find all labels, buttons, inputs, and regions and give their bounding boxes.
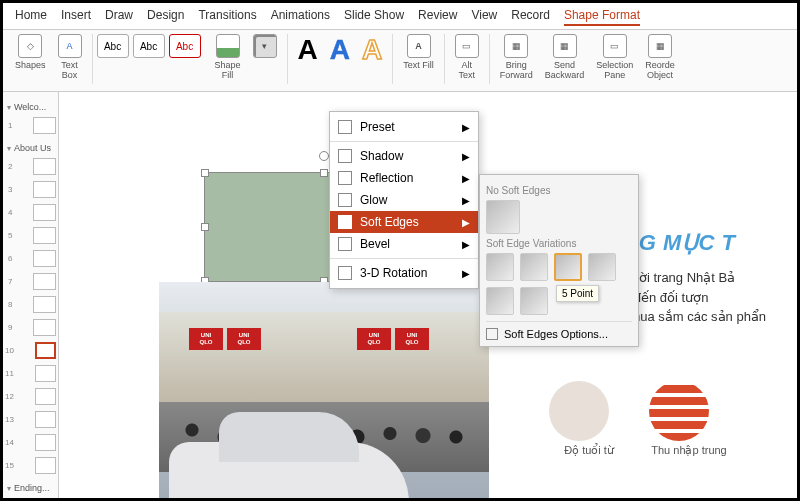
shape-effects-menu: Preset▶ Shadow▶ Reflection▶ Glow▶ Soft E… — [329, 111, 479, 289]
section-about-us[interactable]: ▾About Us — [7, 143, 54, 153]
slide-thumb-12[interactable] — [35, 388, 56, 405]
separator — [287, 34, 288, 84]
shape-fill-button[interactable]: Shape Fill — [215, 34, 241, 81]
text-box-button[interactable]: A Text Box — [58, 34, 82, 81]
slide-thumb-5[interactable] — [33, 227, 56, 244]
shape-effects-button[interactable]: ▾ — [253, 34, 277, 61]
send-backward-button[interactable]: ▦ Send Backward — [545, 34, 585, 81]
separator — [489, 34, 490, 84]
text-fill-icon: A — [407, 34, 431, 58]
alt-text-button[interactable]: ▭ Alt Text — [455, 34, 479, 81]
slide-thumb-8[interactable] — [33, 296, 56, 313]
workspace: ▾Welco... 1 ▾About Us 2 3 4 5 6 7 8 9 10… — [3, 92, 797, 501]
tab-draw[interactable]: Draw — [105, 8, 133, 26]
slide-thumb-13[interactable] — [35, 411, 56, 428]
menu-reflection[interactable]: Reflection▶ — [330, 167, 478, 189]
tab-slide-show[interactable]: Slide Show — [344, 8, 404, 26]
slide-thumb-3[interactable] — [33, 181, 56, 198]
alt-text-label: Alt Text — [459, 61, 476, 81]
slide-thumb-7[interactable] — [33, 273, 56, 290]
slide-thumb-6[interactable] — [33, 250, 56, 267]
separator — [444, 34, 445, 84]
bring-forward-label: Bring Forward — [500, 61, 533, 81]
tab-view[interactable]: View — [471, 8, 497, 26]
slide-thumb-4[interactable] — [33, 204, 56, 221]
checkbox-icon — [486, 328, 498, 340]
resize-handle[interactable] — [201, 169, 209, 177]
soft-edge-variation[interactable] — [486, 287, 514, 315]
resize-handle[interactable] — [320, 169, 328, 177]
circle-image-1 — [549, 381, 609, 441]
thumb-num: 4 — [5, 208, 12, 217]
soft-edge-variation[interactable] — [588, 253, 616, 281]
tab-insert[interactable]: Insert — [61, 8, 91, 26]
slide-thumb-10[interactable] — [35, 342, 56, 359]
thumb-num: 15 — [5, 461, 14, 470]
alt-text-icon: ▭ — [455, 34, 479, 58]
selection-pane-icon: ▭ — [603, 34, 627, 58]
thumb-num: 10 — [5, 346, 14, 355]
thumb-num: 9 — [5, 323, 12, 332]
selection-pane-button[interactable]: ▭ Selection Pane — [596, 34, 633, 81]
menu-bevel[interactable]: Bevel▶ — [330, 233, 478, 255]
text-fill-label: Text Fill — [403, 61, 434, 71]
thumb-num: 7 — [5, 277, 12, 286]
slide-thumb-14[interactable] — [35, 434, 56, 451]
uniqlo-sign: UNIQLO — [189, 328, 223, 350]
soft-edge-variation-selected[interactable] — [554, 253, 582, 281]
tab-record[interactable]: Record — [511, 8, 550, 26]
tab-design[interactable]: Design — [147, 8, 184, 26]
style-preset-1[interactable]: Abc — [97, 34, 129, 58]
reorder-label: Reorde Object — [645, 61, 675, 81]
separator — [92, 34, 93, 84]
soft-edges-submenu: No Soft Edges Soft Edge Variations 5 Poi… — [479, 174, 639, 347]
bring-forward-icon: ▦ — [504, 34, 528, 58]
slide-thumb-9[interactable] — [33, 319, 56, 336]
caption-1: Độ tuổi từ — [539, 444, 639, 457]
resize-handle[interactable] — [201, 223, 209, 231]
tab-home[interactable]: Home — [15, 8, 47, 26]
slide-thumb-11[interactable] — [35, 365, 56, 382]
text-box-icon: A — [58, 34, 82, 58]
soft-edge-variation[interactable] — [520, 253, 548, 281]
shape-fill-label: Shape Fill — [215, 61, 241, 81]
text-style-black[interactable]: A — [298, 34, 318, 66]
text-style-blue[interactable]: A — [330, 34, 350, 66]
text-fill-button[interactable]: A Text Fill — [403, 34, 434, 71]
menu-preset[interactable]: Preset▶ — [330, 116, 478, 138]
soft-edge-variation[interactable] — [520, 287, 548, 315]
reorder-objects-button[interactable]: ▦ Reorde Object — [645, 34, 675, 81]
slide-thumb-2[interactable] — [33, 158, 56, 175]
soft-edges-options[interactable]: Soft Edges Options... — [486, 321, 632, 340]
thumb-num: 5 — [5, 231, 12, 240]
reorder-icon: ▦ — [648, 34, 672, 58]
slide-image: UNIQLO UNIQLO UNIQLO UNIQLO — [159, 282, 489, 501]
shape-fill-icon — [216, 34, 240, 58]
shapes-button[interactable]: ◇ Shapes — [15, 34, 46, 71]
no-soft-edges-header: No Soft Edges — [486, 185, 632, 196]
thumb-num: 1 — [5, 121, 12, 130]
tab-animations[interactable]: Animations — [271, 8, 330, 26]
tab-review[interactable]: Review — [418, 8, 457, 26]
section-ending[interactable]: ▾Ending... — [7, 483, 54, 493]
rotation-handle[interactable] — [319, 151, 329, 161]
soft-edge-variation[interactable] — [486, 253, 514, 281]
tab-shape-format[interactable]: Shape Format — [564, 8, 640, 26]
slide-thumb-1[interactable] — [33, 117, 56, 134]
thumb-num: 14 — [5, 438, 14, 447]
section-welco[interactable]: ▾Welco... — [7, 102, 54, 112]
menu-shadow[interactable]: Shadow▶ — [330, 145, 478, 167]
slide-canvas[interactable]: UNIQLO UNIQLO UNIQLO UNIQLO H HƯỚNG Ị TR… — [59, 92, 797, 501]
slide-thumbnails-panel: ▾Welco... 1 ▾About Us 2 3 4 5 6 7 8 9 10… — [3, 92, 59, 501]
menu-3d-rotation[interactable]: 3-D Rotation▶ — [330, 262, 478, 284]
menu-glow[interactable]: Glow▶ — [330, 189, 478, 211]
no-soft-edges-swatch[interactable] — [486, 200, 520, 234]
bring-forward-button[interactable]: ▦ Bring Forward — [500, 34, 533, 81]
text-style-orange[interactable]: A — [362, 34, 382, 66]
menu-soft-edges[interactable]: Soft Edges▶ — [330, 211, 478, 233]
tab-transitions[interactable]: Transitions — [198, 8, 256, 26]
style-preset-2[interactable]: Abc — [133, 34, 165, 58]
send-backward-label: Send Backward — [545, 61, 585, 81]
style-preset-3[interactable]: Abc — [169, 34, 201, 58]
slide-thumb-15[interactable] — [35, 457, 56, 474]
